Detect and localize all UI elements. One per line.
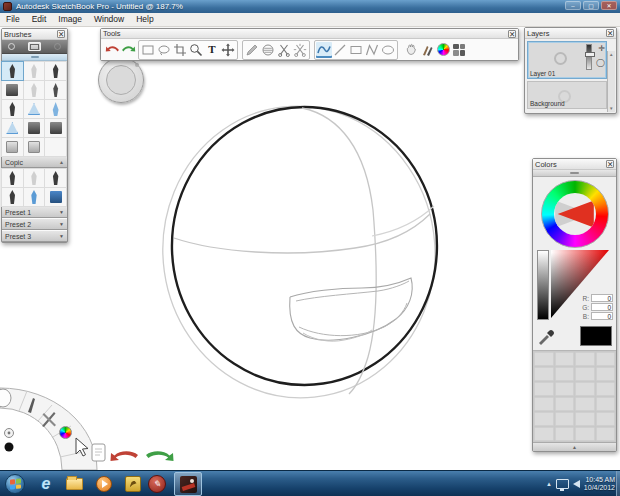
layer-row-background[interactable]: Background xyxy=(527,81,607,109)
brush-swatch[interactable] xyxy=(44,99,67,119)
brush-swatch-empty[interactable] xyxy=(44,137,67,157)
pan-button[interactable] xyxy=(403,42,419,58)
swatch-cell[interactable] xyxy=(534,427,554,441)
colors-close-icon[interactable]: ✕ xyxy=(606,160,614,168)
copic-section-header[interactable]: Copic ▲ xyxy=(2,156,67,168)
brush-swatch[interactable] xyxy=(44,61,67,81)
lagoon-redo-icon[interactable] xyxy=(146,451,174,461)
swatch-cell[interactable] xyxy=(596,412,616,426)
lagoon-toolbar[interactable] xyxy=(0,386,106,470)
layer-move-icon[interactable]: ✛ xyxy=(598,45,605,53)
brush-swatch[interactable] xyxy=(1,118,24,138)
start-button[interactable] xyxy=(5,474,25,494)
polyline-tool-button[interactable] xyxy=(364,42,380,58)
maximize-button[interactable]: ▢ xyxy=(583,1,599,10)
rect-select-button[interactable] xyxy=(140,42,156,58)
layer-options-icon[interactable]: ◯ xyxy=(596,59,605,67)
lagoon-ellipse-icon[interactable] xyxy=(0,389,11,407)
brush-swatch[interactable] xyxy=(1,187,24,207)
window-titlebar[interactable]: Autodesk SketchBook Pro - Untitled @ 187… xyxy=(0,0,620,14)
swatch-cell[interactable] xyxy=(575,427,595,441)
network-icon[interactable] xyxy=(556,479,569,489)
lagoon-arc[interactable] xyxy=(0,388,97,470)
lagoon-color-wheel-icon[interactable] xyxy=(59,426,72,439)
swatches-button[interactable] xyxy=(451,42,467,58)
brush-swatch[interactable] xyxy=(23,61,46,81)
preset-2-bar[interactable]: Preset 2 ▼ xyxy=(2,218,67,230)
swatch-cell[interactable] xyxy=(534,352,554,366)
show-desktop-button[interactable] xyxy=(616,471,620,496)
grayscale-slider[interactable] xyxy=(537,250,549,320)
layers-scrollbar[interactable]: ▲▼ xyxy=(607,51,615,112)
zoom-button[interactable] xyxy=(188,42,204,58)
lasso-select-button[interactable] xyxy=(156,42,172,58)
brush-tab-round-icon[interactable] xyxy=(8,43,15,50)
swatch-cell[interactable] xyxy=(555,352,575,366)
swatch-cell[interactable] xyxy=(575,367,595,381)
swatch-cell[interactable] xyxy=(575,382,595,396)
crop-button[interactable] xyxy=(172,42,188,58)
menu-file[interactable]: File xyxy=(0,13,26,26)
swatch-cell[interactable] xyxy=(534,397,554,411)
tray-expand-icon[interactable]: ▲ xyxy=(546,481,552,487)
menu-image[interactable]: Image xyxy=(52,13,88,26)
swatch-cell[interactable] xyxy=(596,367,616,381)
swatch-cell[interactable] xyxy=(534,382,554,396)
brush-swatch[interactable] xyxy=(1,168,24,188)
swatch-cell[interactable] xyxy=(534,367,554,381)
saturation-triangle-inner[interactable] xyxy=(554,193,596,235)
brush-swatch[interactable] xyxy=(1,99,24,119)
brush-swatch[interactable] xyxy=(44,118,67,138)
brush-tab-library-icon[interactable] xyxy=(28,42,41,51)
cut-button[interactable] xyxy=(276,42,292,58)
layers-close-icon[interactable]: ✕ xyxy=(606,29,614,37)
line-tool-button[interactable] xyxy=(332,42,348,58)
taskbar-ie-button[interactable]: e xyxy=(35,474,57,494)
swatch-cell[interactable] xyxy=(575,352,595,366)
puck-dial[interactable] xyxy=(106,65,136,95)
close-button[interactable]: ✕ xyxy=(601,1,617,10)
preset-1-bar[interactable]: Preset 1 ▼ xyxy=(2,206,67,218)
layers-panel-titlebar[interactable]: Layers ✕ xyxy=(525,28,616,39)
colors-bottom-collapse[interactable]: ▲ xyxy=(533,442,616,451)
taskbar-explorer-button[interactable] xyxy=(63,474,85,494)
brushes-collapse-bar[interactable] xyxy=(2,54,67,61)
brush-swatch[interactable] xyxy=(23,118,46,138)
lagoon-doc-icon[interactable] xyxy=(92,444,105,461)
text-tool-button[interactable]: T xyxy=(204,42,220,58)
move-button[interactable] xyxy=(220,42,236,58)
tools-panel-titlebar[interactable]: Tools ✕ xyxy=(101,29,518,39)
minimize-button[interactable]: – xyxy=(565,1,581,10)
menu-help[interactable]: Help xyxy=(130,13,159,26)
brush-swatch[interactable] xyxy=(23,99,46,119)
brush-swatch[interactable] xyxy=(44,168,67,188)
curve-tool-button[interactable] xyxy=(316,42,332,58)
current-color-swatch[interactable] xyxy=(580,326,612,346)
pencil-button[interactable] xyxy=(244,42,260,58)
brush-swatch[interactable] xyxy=(1,137,24,157)
redo-button[interactable] xyxy=(120,42,136,58)
swatch-cell[interactable] xyxy=(555,397,575,411)
preset-3-bar[interactable]: Preset 3 ▼ xyxy=(2,230,67,242)
r-value[interactable]: 0 xyxy=(591,294,613,302)
brush-editor-button[interactable] xyxy=(419,42,435,58)
swatch-cell[interactable] xyxy=(596,382,616,396)
tools-close-icon[interactable]: ✕ xyxy=(508,30,516,38)
brush-swatch[interactable] xyxy=(23,168,46,188)
menu-window[interactable]: Window xyxy=(88,13,130,26)
swatch-cell[interactable] xyxy=(555,367,575,381)
brush-swatch-selected[interactable] xyxy=(1,61,24,81)
swatch-cell[interactable] xyxy=(596,397,616,411)
brush-swatch[interactable] xyxy=(44,187,67,207)
brush-swatch[interactable] xyxy=(44,80,67,100)
brushes-close-icon[interactable]: ✕ xyxy=(57,30,65,38)
brush-swatch[interactable] xyxy=(1,80,24,100)
menu-edit[interactable]: Edit xyxy=(26,13,53,26)
rectangle-tool-button[interactable] xyxy=(348,42,364,58)
taskbar-media-player-button[interactable] xyxy=(93,474,115,494)
brush-properties-puck[interactable] xyxy=(98,57,144,103)
ellipse-tool-button[interactable] xyxy=(380,42,396,58)
colors-panel-titlebar[interactable]: Colors ✕ xyxy=(533,159,616,170)
brush-tab-extra-icon[interactable] xyxy=(54,43,61,50)
eyedropper-icon[interactable] xyxy=(537,327,557,345)
